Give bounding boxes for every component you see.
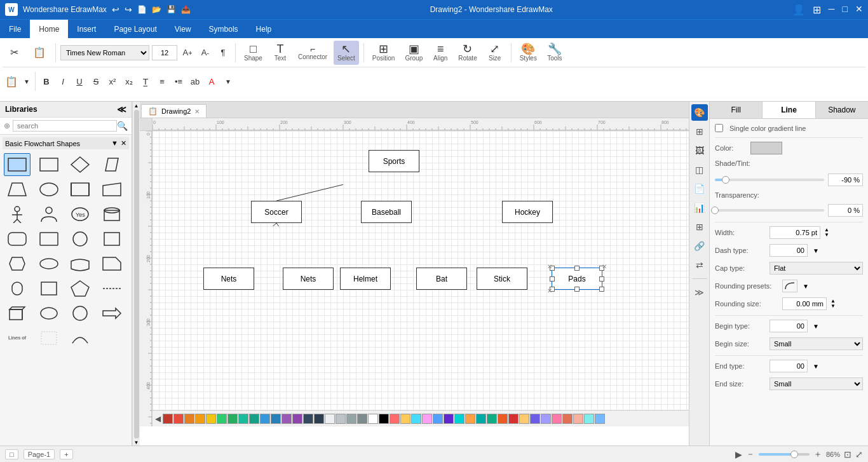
cap-type-select[interactable]: Flat Round Square bbox=[770, 262, 863, 275]
font-size-increase[interactable]: A+ bbox=[180, 45, 195, 60]
shape-hexagon[interactable] bbox=[4, 252, 31, 275]
zoom-out-icon[interactable]: － bbox=[746, 449, 755, 460]
table-icon[interactable]: ⊞ bbox=[691, 219, 708, 235]
shape-rect-outline[interactable] bbox=[36, 153, 62, 176]
menu-home[interactable]: Home bbox=[30, 20, 68, 38]
node-hockey[interactable]: Hockey bbox=[502, 201, 553, 223]
rounding-stepper[interactable]: ▲ ▼ bbox=[831, 299, 836, 309]
document-icon[interactable]: 📄 bbox=[691, 180, 708, 197]
text-button[interactable]: T Text bbox=[269, 41, 292, 65]
node-nets1[interactable]: Nets bbox=[203, 268, 254, 290]
font-color-button[interactable]: A bbox=[204, 74, 219, 89]
strikethrough-button[interactable]: S bbox=[88, 74, 104, 89]
node-baseball[interactable]: Baseball bbox=[361, 201, 412, 223]
undo-icon[interactable]: ↩ bbox=[112, 4, 119, 15]
bullet-button[interactable]: •≡ bbox=[171, 74, 186, 89]
end-type-input[interactable] bbox=[770, 360, 808, 372]
color-swatch[interactable] bbox=[303, 414, 313, 424]
rotate-button[interactable]: ↻ Rotate bbox=[454, 41, 480, 65]
node-stick[interactable]: Stick bbox=[477, 268, 527, 290]
shape-circle[interactable] bbox=[67, 228, 93, 250]
format-icon[interactable]: 🎨 bbox=[691, 104, 708, 121]
shape-dash-line[interactable] bbox=[98, 277, 125, 300]
shape-diamond[interactable] bbox=[67, 153, 93, 176]
color-swatch[interactable] bbox=[476, 414, 486, 424]
drawing-canvas[interactable]: Sports Soccer Baseball Hockey Nets Nets bbox=[153, 131, 689, 426]
paragraph-icon[interactable]: ¶ bbox=[215, 45, 231, 60]
search-input[interactable] bbox=[13, 120, 117, 132]
font-color-dropdown[interactable]: ▼ bbox=[220, 74, 236, 89]
node-helmet[interactable]: Helmet bbox=[340, 268, 391, 290]
new-icon[interactable]: 📄 bbox=[137, 5, 147, 14]
shape-text-block[interactable]: Lines of text content shown here bbox=[4, 327, 31, 350]
resize-bm[interactable] bbox=[574, 287, 580, 292]
menu-symbols[interactable]: Symbols bbox=[200, 20, 247, 38]
search-button[interactable]: 🔍 bbox=[117, 121, 128, 131]
node-pads[interactable]: Pads ✕ ✕ ✕ bbox=[552, 268, 602, 290]
color-swatch[interactable] bbox=[368, 414, 378, 424]
export-icon[interactable]: 📤 bbox=[181, 5, 191, 14]
list-format-button[interactable]: ≡ bbox=[154, 74, 170, 89]
color-swatch[interactable] bbox=[519, 414, 529, 424]
color-swatch[interactable] bbox=[336, 414, 346, 424]
color-swatch[interactable] bbox=[271, 414, 281, 424]
node-sports[interactable]: Sports bbox=[369, 150, 419, 172]
color-swatch[interactable] bbox=[530, 414, 540, 424]
paste-button[interactable]: 📋 bbox=[3, 72, 20, 90]
color-swatch[interactable] bbox=[541, 414, 551, 424]
menu-page-layout[interactable]: Page Layout bbox=[105, 20, 165, 38]
color-swatch[interactable] bbox=[433, 414, 443, 424]
menu-help[interactable]: Help bbox=[247, 20, 281, 38]
color-swatch[interactable] bbox=[227, 414, 238, 424]
color-swatch[interactable] bbox=[173, 414, 184, 424]
styles-button[interactable]: 🎨 Styles bbox=[516, 41, 541, 65]
shape-trapezoid[interactable] bbox=[4, 178, 31, 201]
color-swatch[interactable] bbox=[184, 414, 194, 424]
color-swatch[interactable] bbox=[217, 414, 227, 424]
shape-stadium[interactable] bbox=[4, 277, 31, 300]
color-swatch[interactable] bbox=[238, 414, 248, 424]
color-swatch[interactable] bbox=[573, 414, 583, 424]
save-icon[interactable]: 💾 bbox=[166, 5, 176, 14]
color-swatch[interactable] bbox=[411, 414, 421, 424]
connector-button[interactable]: ⌐ Connector bbox=[294, 41, 331, 65]
color-swatch[interactable] bbox=[379, 414, 389, 424]
resize-ml[interactable] bbox=[550, 276, 555, 282]
resize-tm[interactable] bbox=[574, 266, 580, 271]
connection-icon[interactable]: ⇄ bbox=[691, 257, 708, 273]
scroll-down[interactable]: ▼ bbox=[134, 440, 139, 445]
layers-icon[interactable]: ◫ bbox=[691, 161, 708, 178]
rounding-preset-dropdown[interactable]: ▼ bbox=[803, 283, 809, 290]
add-page-btn[interactable]: + bbox=[60, 449, 72, 459]
expand-icon[interactable]: ≫ bbox=[691, 284, 708, 301]
shape-person[interactable] bbox=[4, 203, 31, 226]
shapes-header[interactable]: Basic Flowchart Shapes ▼ ✕ bbox=[3, 137, 129, 149]
color-swatch[interactable] bbox=[346, 414, 356, 424]
shape-rect-sharp[interactable] bbox=[36, 228, 62, 250]
text-format-button[interactable]: T̲ bbox=[138, 74, 153, 89]
zoom-slider[interactable] bbox=[759, 453, 810, 456]
tab-shadow[interactable]: Shadow bbox=[816, 102, 868, 118]
color-swatch[interactable] bbox=[562, 414, 573, 424]
color-picker[interactable] bbox=[750, 142, 782, 154]
bold-button[interactable]: B bbox=[39, 74, 54, 89]
group-button[interactable]: ▣ Group bbox=[401, 41, 426, 65]
color-swatch[interactable] bbox=[206, 414, 216, 424]
position-button[interactable]: ⊞ Position bbox=[369, 41, 399, 65]
zoom-in-icon[interactable]: ＋ bbox=[813, 449, 822, 460]
color-swatch[interactable] bbox=[444, 414, 454, 424]
menu-insert[interactable]: Insert bbox=[68, 20, 105, 38]
open-icon[interactable]: 📂 bbox=[152, 5, 161, 14]
tools-button[interactable]: 🔧 Tools bbox=[543, 41, 566, 65]
node-bat[interactable]: Bat bbox=[416, 268, 467, 290]
shape-placeholder[interactable] bbox=[36, 327, 62, 350]
color-swatch[interactable] bbox=[249, 414, 259, 424]
shape-ellipse[interactable] bbox=[36, 178, 62, 201]
scroll-thumb[interactable] bbox=[134, 110, 139, 438]
play-icon[interactable]: ▶ bbox=[735, 449, 742, 459]
shape-circle2[interactable] bbox=[67, 302, 93, 325]
color-swatch[interactable] bbox=[292, 414, 302, 424]
scroll-up[interactable]: ▲ bbox=[134, 103, 139, 109]
resize-mr[interactable] bbox=[599, 276, 604, 282]
shape-manual-input[interactable] bbox=[98, 178, 125, 201]
